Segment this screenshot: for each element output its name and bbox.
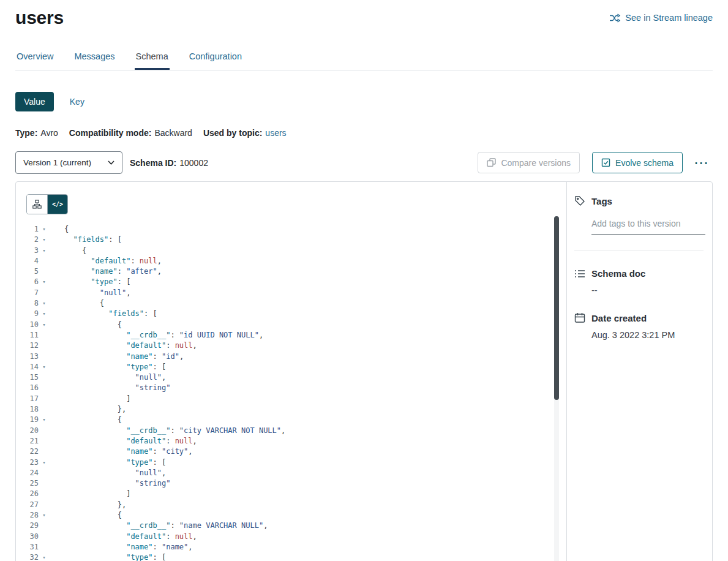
tab-bar: OverviewMessagesSchemaConfiguration bbox=[15, 47, 713, 70]
fold-toggle-icon[interactable]: ▾ bbox=[39, 224, 50, 235]
meta-compatibility-value: Backward bbox=[154, 128, 192, 138]
code-text: "type": [ bbox=[64, 277, 130, 287]
code-line: 20 "__crdb__": "city VARCHAR NOT NULL", bbox=[26, 426, 566, 436]
code-text: "__crdb__": "id UUID NOT NULL", bbox=[64, 330, 263, 341]
tab-messages[interactable]: Messages bbox=[73, 47, 116, 70]
line-number: 14 bbox=[26, 362, 39, 372]
code-text: { bbox=[64, 298, 104, 309]
code-text: "default": null, bbox=[64, 256, 162, 266]
fold-toggle-icon[interactable]: ▾ bbox=[39, 277, 50, 287]
code-text: "null", bbox=[64, 468, 166, 478]
fold-toggle-icon[interactable]: ▾ bbox=[39, 320, 50, 330]
line-number: 24 bbox=[26, 468, 39, 478]
line-number: 9 bbox=[26, 309, 39, 319]
more-options-button[interactable]: ⋯ bbox=[690, 157, 713, 168]
line-number: 19 bbox=[26, 415, 39, 425]
doc-list-icon bbox=[574, 269, 585, 279]
stream-lineage-label: See in Stream lineage bbox=[625, 13, 713, 23]
compare-versions-label: Compare versions bbox=[501, 158, 571, 168]
value-toggle-button[interactable]: Value bbox=[15, 92, 54, 111]
meta-compatibility-label: Compatibility mode: bbox=[69, 128, 152, 138]
code-line: 19▾ { bbox=[26, 415, 566, 425]
code-text: ] bbox=[64, 489, 130, 499]
fold-spacer bbox=[39, 521, 50, 531]
schema-source: 1▾{2▾ "fields": [3▾ {4 "default": null,5… bbox=[26, 224, 566, 561]
line-number: 32 bbox=[26, 552, 39, 561]
tree-view-button[interactable] bbox=[27, 195, 47, 214]
line-number: 20 bbox=[26, 426, 39, 436]
fold-spacer bbox=[39, 446, 50, 457]
fold-spacer bbox=[39, 288, 50, 298]
code-line: 24 "null", bbox=[26, 468, 566, 478]
schema-toolbar: Version 1 (current) Schema ID:100002 Com… bbox=[15, 151, 713, 174]
schema-meta-row: Type:Avro Compatibility mode:Backward Us… bbox=[15, 128, 713, 138]
tab-overview[interactable]: Overview bbox=[15, 47, 54, 70]
line-number: 5 bbox=[26, 266, 39, 277]
tab-schema[interactable]: Schema bbox=[135, 47, 170, 70]
line-number: 15 bbox=[26, 372, 39, 383]
code-view-button[interactable]: </> bbox=[47, 195, 67, 214]
fold-toggle-icon[interactable]: ▾ bbox=[39, 362, 50, 372]
line-number: 8 bbox=[26, 298, 39, 309]
fold-spacer bbox=[39, 266, 50, 277]
code-text: "string" bbox=[64, 383, 170, 393]
code-line: 8▾ { bbox=[26, 298, 566, 309]
tags-input[interactable] bbox=[591, 216, 705, 235]
code-view-icon: </> bbox=[52, 201, 63, 208]
fold-toggle-icon[interactable]: ▾ bbox=[39, 235, 50, 245]
version-select[interactable]: Version 1 (current) bbox=[15, 151, 122, 174]
schema-doc-section: Schema doc -- bbox=[574, 268, 704, 295]
schema-id-label: Schema ID: bbox=[130, 158, 176, 168]
code-line: 13 "name": "id", bbox=[26, 352, 566, 362]
schema-doc-title: Schema doc bbox=[591, 268, 645, 279]
calendar-icon bbox=[574, 312, 585, 323]
tab-configuration[interactable]: Configuration bbox=[188, 47, 243, 70]
compare-versions-button[interactable]: Compare versions bbox=[478, 152, 580, 173]
code-text: "__crdb__": "city VARCHAR NOT NULL", bbox=[64, 426, 285, 436]
fold-spacer bbox=[39, 426, 50, 436]
code-line: 5 "name": "after", bbox=[26, 266, 566, 277]
vertical-scrollbar[interactable] bbox=[554, 216, 559, 561]
line-number: 13 bbox=[26, 352, 39, 362]
key-toggle-button[interactable]: Key bbox=[65, 92, 89, 111]
fold-spacer bbox=[39, 489, 50, 499]
evolve-schema-label: Evolve schema bbox=[615, 158, 674, 168]
code-text: "null", bbox=[64, 288, 130, 298]
schema-id-value: 100002 bbox=[179, 158, 208, 168]
fold-toggle-icon[interactable]: ▾ bbox=[39, 246, 50, 256]
line-number: 4 bbox=[26, 256, 39, 266]
date-created-value: Aug. 3 2022 3:21 PM bbox=[591, 330, 704, 340]
code-line: 6▾ "type": [ bbox=[26, 277, 566, 287]
code-text: { bbox=[64, 246, 86, 256]
code-text: "type": [ bbox=[64, 552, 166, 561]
meta-type: Type:Avro bbox=[15, 128, 58, 138]
fold-toggle-icon[interactable]: ▾ bbox=[39, 415, 50, 425]
scrollbar-thumb[interactable] bbox=[554, 216, 559, 400]
evolve-schema-button[interactable]: Evolve schema bbox=[592, 152, 683, 173]
fold-toggle-icon[interactable]: ▾ bbox=[39, 298, 50, 309]
fold-spacer bbox=[39, 436, 50, 446]
code-line: 21 "default": null, bbox=[26, 436, 566, 446]
line-number: 29 bbox=[26, 521, 39, 531]
fold-spacer bbox=[39, 383, 50, 393]
code-text: }, bbox=[64, 500, 126, 510]
line-number: 10 bbox=[26, 320, 39, 330]
tags-section-header: Tags bbox=[574, 195, 704, 206]
code-line: 11 "__crdb__": "id UUID NOT NULL", bbox=[26, 330, 566, 341]
line-number: 23 bbox=[26, 457, 39, 468]
line-number: 26 bbox=[26, 489, 39, 499]
version-select-value: Version 1 (current) bbox=[23, 158, 91, 167]
code-text: { bbox=[64, 224, 69, 235]
code-line: 16 "string" bbox=[26, 383, 566, 393]
stream-lineage-link[interactable]: See in Stream lineage bbox=[609, 13, 713, 23]
line-number: 27 bbox=[26, 500, 39, 510]
code-line: 30 "default": null, bbox=[26, 532, 566, 542]
fold-toggle-icon[interactable]: ▾ bbox=[39, 457, 50, 468]
topic-link[interactable]: users bbox=[265, 128, 286, 138]
code-text: "name": "after", bbox=[64, 266, 162, 277]
fold-toggle-icon[interactable]: ▾ bbox=[39, 510, 50, 521]
fold-toggle-icon[interactable]: ▾ bbox=[39, 552, 50, 561]
fold-spacer bbox=[39, 500, 50, 510]
fold-spacer bbox=[39, 372, 50, 383]
fold-toggle-icon[interactable]: ▾ bbox=[39, 309, 50, 319]
